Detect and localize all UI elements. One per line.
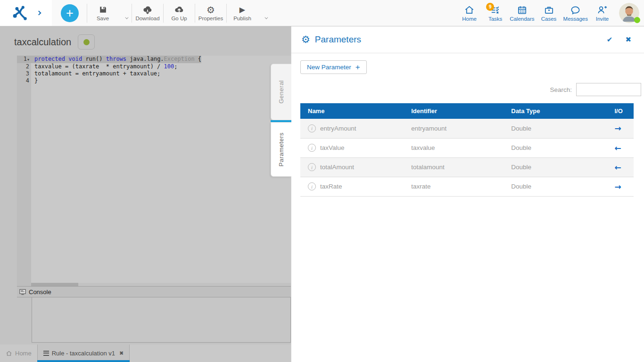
confirm-check-icon[interactable]: ✔ (607, 35, 613, 44)
save-label: Save (97, 16, 109, 21)
publish-button[interactable]: ▶ Publish (227, 3, 258, 23)
save-dropdown-button[interactable] (118, 5, 132, 21)
nav-item-messages[interactable]: Messages (562, 4, 589, 23)
nav-item-invite[interactable]: Invite (589, 4, 615, 23)
info-icon[interactable]: i (308, 124, 316, 132)
column-header-identifier: Identifier (404, 103, 504, 119)
nav-item-calendars[interactable]: Calendars (508, 4, 536, 23)
add-button[interactable]: + (61, 4, 79, 22)
tab-general[interactable]: General (271, 64, 291, 120)
horizontal-scrollbar[interactable] (31, 283, 291, 286)
save-floppy-icon (99, 5, 107, 15)
nav-messages-label: Messages (563, 16, 588, 22)
search-label: Search: (550, 86, 572, 93)
arrow-right-icon: → (614, 182, 621, 191)
code-line: 1▾ protected void run() throws java.lang… (17, 56, 291, 63)
chevron-down-icon (125, 16, 128, 19)
fold-arrow-icon[interactable]: ▾ (27, 58, 29, 62)
panel-title: Parameters (315, 34, 361, 45)
param-name: totalAmount (320, 164, 354, 171)
table-row[interactable]: itaxRate taxrate Double → (300, 177, 634, 196)
console-output (32, 297, 291, 343)
console-title: Console (29, 288, 51, 296)
tab-rule-taxcalculation[interactable]: Rule - taxcalculation v1 ✖ (37, 345, 130, 362)
properties-button[interactable]: ⚙ Properties (195, 3, 226, 23)
code-text: totalamount = entryamount + taxvalue; (31, 70, 160, 77)
arrow-left-icon: ← (614, 143, 621, 153)
console-header[interactable]: Console (17, 286, 291, 297)
parameters-table: Name Identifier Data Type I/O ientryAmou… (300, 103, 634, 197)
info-icon[interactable]: i (308, 163, 316, 171)
tab-rule-label: Rule - taxcalculation v1 (52, 350, 115, 357)
param-data-type: Double (504, 177, 607, 196)
calendar-icon (517, 5, 528, 16)
code-editor[interactable]: 1▾ protected void run() throws java.lang… (17, 56, 291, 286)
parameters-panel: ⚙ Parameters ✔ ✖ New Parameter + Search:… (291, 26, 644, 362)
rule-status-button[interactable] (78, 34, 95, 49)
table-row[interactable]: ientryAmount entryamount Double → (300, 119, 634, 138)
nav-home-label: Home (462, 16, 477, 22)
nav-item-cases[interactable]: Cases (536, 4, 562, 23)
tasks-count-badge: 9 (486, 3, 494, 11)
publish-dropdown-button[interactable] (258, 5, 271, 21)
table-row[interactable]: itaxValue taxvalue Double ← (300, 138, 634, 157)
home-icon (464, 5, 475, 16)
cloud-upload-icon (174, 5, 184, 15)
param-data-type: Double (504, 138, 607, 157)
tab-parameters[interactable]: Parameters (271, 122, 291, 177)
param-name: entryAmount (320, 125, 356, 132)
go-up-label: Go Up (171, 16, 187, 21)
scrollbar-thumb[interactable] (31, 283, 78, 286)
search-input[interactable] (576, 83, 641, 96)
param-identifier: totalamount (404, 157, 504, 177)
app-logo-icon (12, 4, 30, 22)
new-parameter-button[interactable]: New Parameter + (300, 60, 367, 74)
panel-side-tabs: General Parameters (271, 64, 291, 177)
close-tab-icon[interactable]: ✖ (119, 350, 124, 356)
download-button[interactable]: Download (132, 3, 163, 23)
console-icon (19, 289, 26, 295)
online-status-dot (634, 17, 640, 23)
page-title: taxcalculation (14, 37, 71, 48)
rule-stack-icon (43, 351, 49, 356)
arrow-right-icon: → (614, 123, 621, 133)
logo-section (0, 0, 52, 26)
tab-home-label: Home (15, 350, 32, 357)
nav-cases-label: Cases (541, 16, 557, 22)
arrow-left-icon: ← (614, 163, 621, 172)
info-icon[interactable]: i (308, 144, 316, 152)
status-green-dot-icon (83, 39, 90, 45)
save-button[interactable]: Save (87, 3, 118, 23)
param-data-type: Double (504, 157, 607, 177)
tab-general-label: General (278, 80, 285, 104)
line-number: 2 (17, 63, 31, 70)
gear-icon: ⚙ (206, 5, 215, 15)
nav-calendars-label: Calendars (510, 16, 534, 22)
bottom-tab-bar: Home Rule - taxcalculation v1 ✖ (0, 345, 291, 362)
expand-sidebar-chevron-icon[interactable] (36, 11, 41, 16)
rule-editor-area: taxcalculation 1▾ protected void run() t… (0, 26, 291, 362)
tab-home[interactable]: Home (0, 345, 37, 362)
line-number: 3 (17, 70, 31, 77)
close-panel-icon[interactable]: ✖ (625, 35, 631, 44)
param-name: taxRate (320, 183, 342, 190)
table-row[interactable]: itotalAmount totalamount Double ← (300, 157, 634, 177)
tab-parameters-label: Parameters (278, 132, 285, 166)
code-line: 2 taxvalue = (taxrate * entryamount) / 1… (17, 63, 291, 70)
nav-item-home[interactable]: Home (456, 4, 482, 23)
plus-icon: + (355, 64, 360, 71)
column-header-data-type: Data Type (504, 103, 607, 119)
cloud-download-icon (142, 5, 153, 15)
top-toolbar: + Save Download Go Up (0, 0, 644, 26)
download-label: Download (135, 16, 159, 21)
go-up-button[interactable]: Go Up (164, 3, 195, 23)
nav-item-tasks[interactable]: 9 Tasks (482, 4, 508, 23)
param-identifier: entryamount (404, 119, 504, 138)
user-avatar[interactable] (619, 3, 639, 23)
properties-label: Properties (198, 16, 223, 21)
briefcase-icon (544, 5, 554, 16)
column-header-io: I/O (607, 103, 634, 119)
info-icon[interactable]: i (308, 182, 316, 190)
code-line: 3 totalamount = entryamount + taxvalue; (17, 70, 291, 77)
invite-person-icon (597, 5, 608, 16)
